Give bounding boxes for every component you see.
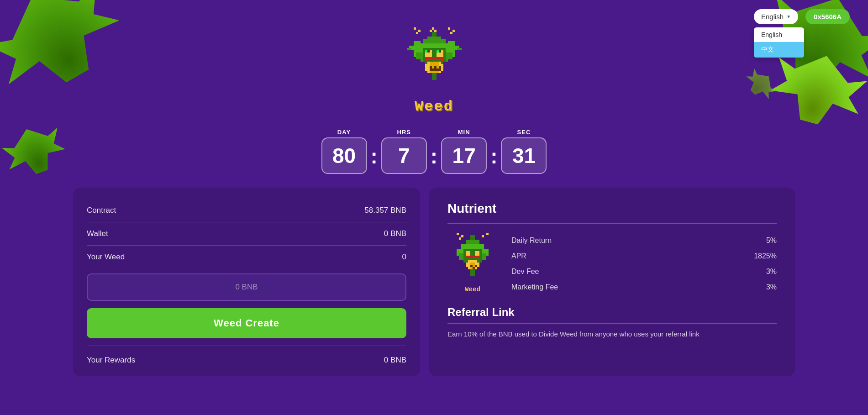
apr-value: 1825%	[754, 252, 777, 260]
divider-1	[87, 222, 406, 222]
svg-rect-62	[475, 265, 477, 267]
svg-rect-23	[448, 41, 455, 46]
rewards-label: Your Rewards	[87, 356, 135, 365]
svg-rect-38	[434, 66, 437, 71]
hrs-value: 7	[381, 137, 427, 174]
svg-rect-45	[459, 237, 461, 240]
nutrient-divider	[447, 223, 777, 224]
referral-desc: Earn 10% of the BNB used to Divide Weed …	[447, 329, 777, 340]
your-weed-label: Your Weed	[87, 252, 125, 262]
dev-fee-row: Dev Fee 3%	[511, 264, 777, 279]
your-weed-value: 0	[402, 252, 406, 262]
svg-rect-44	[461, 235, 463, 237]
separator-1: :	[371, 144, 378, 168]
wallet-row: Wallet 0 BNB	[87, 225, 406, 243]
daily-return-row: Daily Return 5%	[511, 233, 777, 248]
svg-rect-19	[407, 48, 411, 50]
main-content: Contract 58.357 BNB Wallet 0 BNB Your We…	[73, 188, 795, 394]
min-label: MIN	[458, 129, 470, 136]
separator-3: :	[490, 144, 497, 168]
sec-value: 31	[501, 137, 547, 174]
svg-rect-0	[414, 27, 416, 30]
contract-row: Contract 58.357 BNB	[87, 201, 406, 220]
svg-rect-40	[432, 68, 434, 71]
logo-area: Weed	[0, 0, 868, 115]
countdown-day: DAY 80	[321, 129, 367, 174]
language-dropdown-wrapper: English English 中文	[754, 9, 798, 24]
svg-rect-49	[466, 240, 479, 244]
svg-rect-3	[448, 27, 450, 30]
svg-rect-37	[430, 66, 432, 71]
right-panel: Nutrient	[429, 188, 795, 376]
svg-rect-21	[457, 48, 462, 50]
cannabis-pixel-art	[402, 27, 466, 98]
svg-rect-63	[473, 267, 475, 269]
nutrient-content: Weed Daily Return 5% APR 1825% Dev Fee 3…	[447, 233, 777, 295]
daily-return-value: 5%	[766, 236, 777, 245]
dev-fee-value: 3%	[766, 268, 777, 276]
min-value: 17	[441, 137, 487, 174]
cannabis-character	[402, 27, 466, 100]
svg-rect-22	[414, 41, 421, 46]
apr-row: APR 1825%	[511, 248, 777, 264]
marketing-fee-label: Marketing Fee	[511, 283, 558, 291]
nutrient-title: Nutrient	[447, 201, 777, 216]
svg-rect-5	[450, 32, 452, 34]
svg-rect-28	[439, 50, 441, 53]
contract-label: Contract	[87, 206, 116, 215]
svg-rect-64	[470, 269, 475, 276]
nutrient-cannabis-art	[447, 233, 498, 288]
countdown-min: MIN 17	[441, 129, 487, 174]
countdown-hrs: HRS 7	[381, 129, 427, 174]
referral-title: Referral Link	[447, 306, 777, 319]
day-value: 80	[321, 137, 367, 174]
language-button[interactable]: English	[754, 9, 798, 24]
wallet-value: 0 BNB	[384, 229, 406, 238]
svg-rect-1	[418, 30, 421, 32]
nutrient-stats: Daily Return 5% APR 1825% Dev Fee 3% Mar…	[511, 233, 777, 295]
svg-rect-55	[466, 251, 470, 256]
day-label: DAY	[337, 129, 351, 136]
svg-rect-56	[475, 251, 479, 256]
svg-rect-61	[470, 265, 473, 267]
sec-label: SEC	[517, 129, 531, 136]
svg-rect-47	[482, 235, 484, 237]
bnb-input[interactable]: 0 BNB	[87, 273, 406, 301]
language-option-chinese[interactable]: 中文	[754, 42, 804, 58]
marketing-fee-row: Marketing Fee 3%	[511, 279, 777, 295]
nutrient-icon: Weed	[447, 233, 498, 293]
svg-rect-6	[432, 27, 434, 30]
svg-rect-29	[425, 50, 427, 53]
svg-rect-33	[441, 59, 443, 62]
svg-rect-46	[486, 233, 489, 235]
contract-value: 58.357 BNB	[364, 206, 406, 215]
dev-fee-label: Dev Fee	[511, 268, 539, 276]
rewards-value: 0 BNB	[384, 356, 406, 365]
countdown-sec: SEC 31	[501, 129, 547, 174]
marketing-fee-value: 3%	[766, 283, 777, 291]
divider-3	[87, 346, 406, 346]
svg-rect-4	[452, 30, 455, 32]
svg-rect-41	[437, 68, 439, 71]
hrs-label: HRS	[397, 129, 411, 136]
referral-divider	[447, 323, 777, 324]
header: English English 中文 0x5606A	[754, 9, 850, 24]
language-menu: English 中文	[754, 27, 804, 58]
apr-label: APR	[511, 252, 526, 260]
wallet-button[interactable]: 0x5606A	[805, 9, 850, 24]
language-option-english[interactable]: English	[754, 27, 804, 42]
rewards-row: Your Rewards 0 BNB	[87, 348, 406, 367]
logo-text: Weed	[415, 98, 453, 115]
wallet-label: Wallet	[87, 229, 108, 238]
countdown: DAY 80 : HRS 7 : MIN 17 : SEC 31	[0, 129, 868, 174]
svg-rect-7	[430, 30, 432, 32]
left-panel: Contract 58.357 BNB Wallet 0 BNB Your We…	[73, 188, 420, 376]
svg-rect-30	[437, 50, 439, 53]
weed-create-button[interactable]: Weed Create	[87, 308, 406, 338]
svg-rect-27	[427, 50, 430, 53]
daily-return-label: Daily Return	[511, 236, 552, 245]
svg-rect-39	[439, 66, 441, 71]
svg-rect-32	[425, 59, 427, 62]
separator-2: :	[431, 144, 437, 168]
your-weed-row: Your Weed 0	[87, 248, 406, 266]
